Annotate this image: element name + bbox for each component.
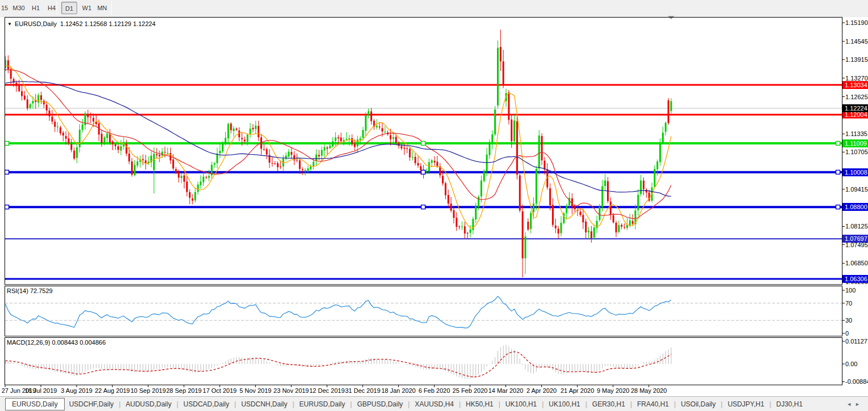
macd-tick: 0.011277 bbox=[845, 338, 868, 345]
macd-panel-border bbox=[5, 338, 842, 385]
date-label: 18 Jan 2020 bbox=[380, 387, 416, 394]
rsi-tick: 30 bbox=[845, 317, 852, 324]
chart-ohlc-quote: 1.12452 1.12568 1.12129 1.12224 bbox=[60, 20, 155, 27]
price-tick: 1.09415 bbox=[845, 186, 868, 193]
date-label: 14 Mar 2020 bbox=[488, 387, 524, 394]
price-tick: 1.12625 bbox=[845, 94, 868, 101]
rsi-tick: 0 bbox=[845, 330, 849, 337]
tab-scroll-left-icon[interactable]: ◄ bbox=[846, 401, 855, 407]
chart-title: ▼EURUSD,Daily 1.12452 1.12568 1.12129 1.… bbox=[7, 20, 155, 27]
line-handle[interactable] bbox=[836, 205, 840, 209]
macd-tick: -0.008845 bbox=[845, 378, 868, 385]
main-chart-canvas[interactable] bbox=[0, 0, 868, 411]
macd-tick: 0.00 bbox=[845, 361, 857, 368]
price-tick: 1.11335 bbox=[845, 130, 867, 138]
tab-usdchf-daily[interactable]: USDCHF,Daily bbox=[65, 399, 119, 410]
tab-usdcad-daily[interactable]: USDCAD,Daily bbox=[179, 399, 234, 410]
macd-label: MACD(12,26,9) 0.008443 0.004866 bbox=[7, 339, 106, 346]
line-handle[interactable] bbox=[5, 205, 9, 209]
line-handle[interactable] bbox=[836, 141, 840, 145]
tab-usdcnh-daily[interactable]: USDCNH,Daily bbox=[237, 399, 292, 410]
tab-fra40-h1[interactable]: FRA40,H1 bbox=[633, 399, 673, 410]
chart-symbol-label: EURUSD,Daily bbox=[15, 20, 57, 27]
tab-usdjpy-h1[interactable]: USDJPY,H1 bbox=[723, 399, 769, 410]
price-badge-1.10008: 1.10008 bbox=[842, 168, 868, 176]
date-label: 12 Dec 2019 bbox=[309, 387, 345, 394]
tab-hk50-h1[interactable]: HK50,H1 bbox=[461, 399, 498, 410]
price-tick: 1.13915 bbox=[845, 56, 868, 63]
tab-scroll-arrows: ◄► bbox=[846, 401, 863, 407]
date-label: 25 Feb 2020 bbox=[452, 387, 488, 394]
line-handle[interactable] bbox=[422, 170, 425, 174]
chart-tab-bar: EURUSD,DailyUSDCHF,Daily|AUDUSD,Daily|US… bbox=[0, 396, 868, 411]
line-handle[interactable] bbox=[422, 141, 425, 145]
tab-dj30-h1[interactable]: DJ30,H1 bbox=[772, 399, 807, 410]
line-handle[interactable] bbox=[422, 205, 425, 209]
date-label: 22 Aug 2019 bbox=[94, 387, 130, 394]
tab-usoil-daily[interactable]: USOil,Daily bbox=[676, 399, 720, 410]
macd-panel[interactable] bbox=[6, 345, 672, 379]
tab-ger30-h1[interactable]: GER30,H1 bbox=[588, 399, 630, 410]
price-badge-1.06306: 1.06306 bbox=[842, 275, 868, 283]
line-handle[interactable] bbox=[5, 141, 9, 145]
tab-xauusd-h4[interactable]: XAUUSD,H4 bbox=[410, 399, 458, 410]
tab-scroll-right-icon[interactable]: ► bbox=[855, 401, 863, 407]
date-label: 28 May 2020 bbox=[631, 387, 667, 394]
price-badge-1.13034: 1.13034 bbox=[842, 81, 868, 89]
tab-eurusd-daily[interactable]: EURUSD,Daily bbox=[295, 399, 350, 410]
tab-uk100-h1[interactable]: UK100,H1 bbox=[544, 399, 584, 410]
current-price-badge: 1.12224 bbox=[842, 104, 868, 112]
price-panel[interactable] bbox=[5, 29, 842, 279]
line-handle[interactable] bbox=[5, 170, 9, 174]
rsi-tick: 70 bbox=[845, 300, 852, 307]
date-label: 2 Apr 2020 bbox=[524, 387, 560, 394]
rsi-label: RSI(14) 72.7529 bbox=[7, 287, 53, 294]
price-badge-1.07697: 1.07697 bbox=[842, 235, 868, 243]
date-label: 3 Aug 2019 bbox=[58, 387, 95, 394]
line-handle[interactable] bbox=[836, 170, 840, 174]
price-tick: 1.14545 bbox=[845, 38, 868, 45]
price-badge-1.08800: 1.08800 bbox=[842, 203, 868, 211]
tab-gbpusd-daily[interactable]: GBPUSD,Daily bbox=[352, 399, 407, 410]
tab-eurusd-daily[interactable]: EURUSD,Daily bbox=[5, 398, 65, 410]
price-tick: 1.08125 bbox=[845, 223, 868, 230]
date-label: 10 Sep 2019 bbox=[130, 387, 166, 394]
price-badge-1.11009: 1.11009 bbox=[842, 139, 868, 147]
date-label: 23 Nov 2019 bbox=[273, 387, 309, 394]
price-tick: 1.10705 bbox=[845, 149, 868, 156]
date-label: 28 Sep 2019 bbox=[166, 387, 202, 394]
date-label: 5 Nov 2019 bbox=[237, 387, 273, 394]
rsi-panel[interactable] bbox=[5, 296, 842, 328]
date-label: 16 Jul 2019 bbox=[23, 387, 59, 394]
date-label: 6 Feb 2020 bbox=[416, 387, 452, 394]
tab-uk100-h1[interactable]: UK100,H1 bbox=[501, 399, 541, 410]
price-tick: 1.15190 bbox=[845, 19, 868, 27]
date-label: 21 Apr 2020 bbox=[559, 387, 596, 394]
rsi-tick: 100 bbox=[845, 287, 856, 294]
price-tick: 1.06850 bbox=[845, 260, 868, 267]
collapse-triangle-icon[interactable]: ▼ bbox=[7, 22, 12, 27]
date-label: 9 May 2020 bbox=[595, 387, 631, 394]
tab-audusd-daily[interactable]: AUDUSD,Daily bbox=[121, 399, 176, 410]
date-label: 31 Dec 2019 bbox=[344, 387, 381, 394]
rsi-panel-border bbox=[5, 286, 842, 337]
date-label: 17 Oct 2019 bbox=[201, 387, 238, 394]
